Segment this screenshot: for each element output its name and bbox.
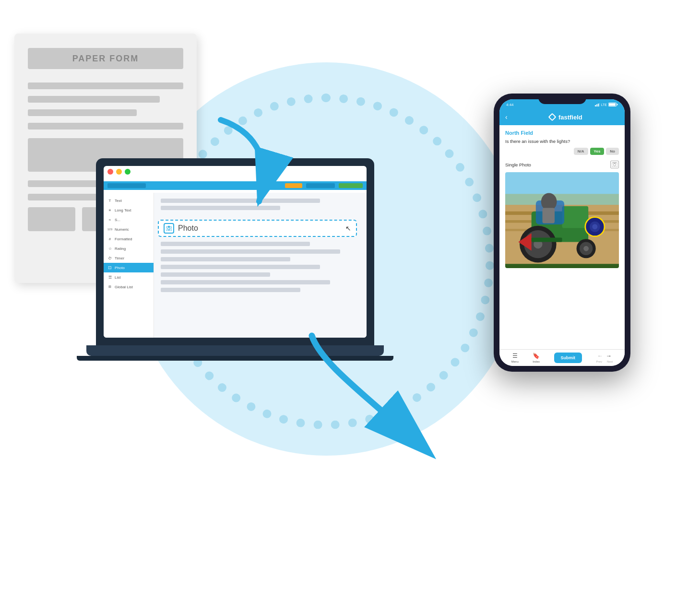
sidebar-item-numeric-label: Numeric (115, 227, 129, 232)
next-label: Next (607, 360, 613, 363)
signature-icon: ≈ (107, 217, 112, 222)
content-line-9 (161, 288, 300, 292)
paper-form-title-text: PAPER FORM (72, 54, 139, 64)
phone-body: North Field Is there an issue with the l… (499, 125, 625, 273)
phone-time: 4:44 (506, 103, 514, 107)
paper-form-title: PAPER FORM (28, 48, 183, 69)
index-nav-item[interactable]: 🔖 Index (533, 353, 540, 363)
numeric-icon: 123 (107, 227, 112, 232)
svg-point-33 (583, 246, 589, 251)
fastfield-logo: fastfield (511, 113, 619, 121)
sidebar-item-numeric[interactable]: 123 Numeric (104, 224, 154, 234)
sidebar-item-photo-label: Photo (115, 266, 125, 270)
content-line-6 (161, 265, 320, 269)
list-icon: ☰ (107, 275, 112, 280)
sidebar-item-photo[interactable]: ⊡ Photo (104, 263, 154, 272)
submit-button[interactable]: Submit (554, 353, 582, 363)
sidebar-item-timer[interactable]: ⏱ Timer (104, 253, 154, 263)
na-button[interactable]: N/A (574, 148, 588, 155)
paper-line-1 (28, 82, 183, 89)
phone-header: ‹ fastfield (499, 110, 625, 125)
nav-arrows: ← → Prev Next (596, 353, 613, 363)
formatted-icon: # (107, 236, 112, 241)
longtext-icon: ≡ (107, 208, 112, 212)
svg-rect-10 (609, 104, 616, 106)
no-button[interactable]: No (606, 148, 619, 155)
sidebar-item-signature-label: S... (115, 218, 120, 222)
phone-screen: 4:44 LTE (499, 99, 625, 366)
topbar-segment-blue2 (306, 183, 335, 188)
app-name-label: fastfield (558, 114, 582, 121)
svg-rect-6 (596, 104, 597, 106)
yes-button[interactable]: Yes (590, 148, 605, 155)
phone-notch (538, 94, 586, 104)
paper-line-3 (28, 109, 137, 116)
timer-icon: ⏱ (107, 256, 112, 260)
phone: 4:44 LTE (494, 94, 630, 372)
next-arrow-icon[interactable]: → (606, 353, 612, 359)
sidebar-item-text[interactable]: T Text (104, 196, 154, 205)
sidebar-item-globallist[interactable]: ⊞ Global List (104, 282, 154, 292)
paper-line-2 (28, 96, 160, 103)
yellow-light (116, 169, 122, 175)
sidebar-item-longtext-label: Long Text (115, 208, 131, 212)
sidebar-item-rating-label: Rating (115, 247, 126, 251)
photo-icon: ⊡ (107, 265, 112, 270)
photo-field-label: Photo (178, 224, 198, 233)
arrow-paper-to-laptop (163, 115, 297, 221)
sidebar-item-signature[interactable]: ≈ S... (104, 215, 154, 224)
arrow-laptop-to-phone (273, 326, 465, 480)
red-light (107, 169, 113, 175)
content-line-3 (161, 242, 310, 246)
cursor-icon: ↖ (345, 224, 351, 232)
content-line-5 (161, 257, 290, 261)
sidebar-item-longtext[interactable]: ≡ Long Text (104, 205, 154, 215)
back-button[interactable]: ‹ (505, 113, 508, 121)
svg-rect-24 (562, 206, 589, 228)
index-icon: 🔖 (533, 353, 540, 359)
question-text: Is there an issue with the lights? (505, 139, 619, 144)
globallist-icon: ⊞ (107, 284, 112, 289)
text-icon: T (107, 198, 112, 203)
camera-icon (166, 226, 172, 231)
sidebar-item-list-label: List (115, 275, 120, 280)
paper-line-4 (28, 123, 183, 129)
green-light (125, 169, 131, 175)
rating-icon: ☆ (107, 246, 112, 251)
svg-rect-27 (542, 208, 555, 223)
photo-placeholder-icon[interactable] (610, 161, 619, 168)
photo-field-icon (164, 223, 174, 234)
svg-rect-11 (617, 104, 618, 106)
sidebar-item-formatted[interactable]: # Formatted (104, 234, 154, 244)
svg-rect-5 (595, 105, 596, 106)
scene: PAPER FORM (0, 0, 700, 600)
form-title: North Field (505, 130, 619, 136)
menu-nav-item[interactable]: ☰ Menu (511, 353, 519, 363)
svg-point-38 (592, 224, 597, 229)
prev-arrow-icon[interactable]: ← (597, 353, 603, 359)
photo-input-field[interactable]: Photo ↖ (158, 220, 357, 237)
svg-rect-3 (168, 226, 170, 227)
sidebar-item-list[interactable]: ☰ List (104, 272, 154, 282)
battery-icon (608, 102, 618, 107)
paper-small-box-1 (28, 207, 75, 231)
signal-icon (595, 103, 600, 106)
answer-buttons: N/A Yes No (505, 148, 619, 155)
phone-bottombar: ☰ Menu 🔖 Index Submit ← → Prev Next (499, 349, 625, 366)
fastfield-diamond-icon (548, 113, 557, 121)
svg-point-15 (614, 164, 616, 166)
sidebar-item-text-label: Text (115, 199, 122, 203)
carrier-label: LTE (601, 103, 607, 106)
sidebar-item-formatted-label: Formatted (115, 237, 132, 241)
sidebar-item-timer-label: Timer (115, 256, 124, 260)
sidebar-item-globallist-label: Global List (115, 285, 133, 289)
photo-add-icon (612, 162, 617, 167)
topbar-segment-green (339, 183, 363, 188)
content-line-4 (161, 249, 340, 254)
sidebar-item-rating[interactable]: ☆ Rating (104, 244, 154, 253)
menu-label: Menu (511, 360, 519, 363)
svg-rect-35 (532, 237, 562, 242)
topbar-segment-blue (107, 183, 146, 188)
tractor-image (505, 172, 619, 268)
prev-label: Prev (596, 360, 602, 363)
